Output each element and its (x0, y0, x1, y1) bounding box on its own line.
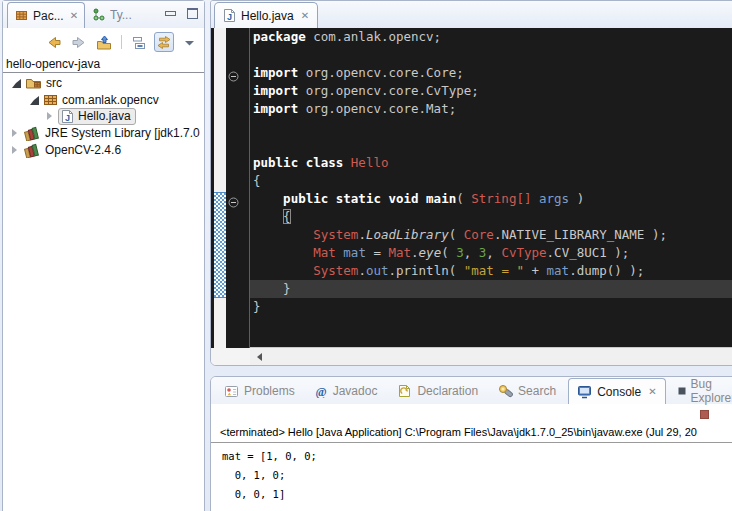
code-line[interactable]: { (250, 208, 732, 226)
collapse-all-icon (131, 35, 147, 50)
tab-label: Bug Explorer (691, 377, 732, 405)
fold-collapse-icon[interactable] (228, 194, 239, 212)
toolbar-separator (121, 35, 122, 49)
code-line[interactable] (250, 118, 732, 136)
java-file-icon: J (223, 8, 236, 23)
package-explorer-icon (14, 8, 29, 23)
collapsed-arrow-icon[interactable] (12, 146, 17, 154)
view-menu-button[interactable] (179, 32, 199, 52)
library-icon (23, 143, 41, 158)
collapsed-arrow-icon[interactable] (12, 129, 17, 137)
left-view-tabbar: Pac... ✕ Ty... (3, 1, 204, 28)
editor-tabbar: J Hello.java ✕ (211, 1, 732, 29)
back-button[interactable] (44, 32, 64, 52)
console-icon (577, 385, 592, 399)
terminate-icon[interactable] (700, 405, 709, 423)
search-icon (498, 384, 513, 398)
expanded-arrow-icon[interactable] (30, 96, 39, 105)
java-file-icon: J (61, 109, 74, 124)
close-icon[interactable]: ✕ (648, 386, 656, 397)
editor-body: package com.anlak.opencv;import org.open… (211, 28, 732, 348)
tab-label: Pac... (33, 9, 64, 23)
back-arrow-icon (46, 35, 62, 50)
view-menu-icon (184, 38, 195, 47)
code-line[interactable]: import org.opencv.core.CvType; (250, 82, 732, 100)
maximize-button[interactable] (187, 8, 198, 19)
minimize-button[interactable] (165, 8, 176, 19)
tab-label: Problems (244, 384, 295, 398)
code-line[interactable]: } (250, 280, 732, 298)
project-tree: hello-opencv-java src com.anlak.opencv J… (3, 57, 204, 511)
code-line[interactable]: Mat mat = Mat.eye( 3, 3, CvType.CV_8UC1 … (250, 244, 732, 262)
problems-icon (224, 384, 239, 398)
expanded-arrow-icon[interactable] (12, 79, 21, 88)
tree-item-src[interactable]: src (3, 75, 204, 91)
declaration-icon (397, 384, 412, 398)
tree-item-package[interactable]: com.anlak.opencv (3, 92, 204, 108)
minimize-icon (165, 11, 176, 16)
tab-label: Ty... (110, 8, 132, 22)
tab-package-explorer[interactable]: Pac... ✕ (7, 2, 85, 28)
selected-item-highlight[interactable]: J Hello.java (58, 108, 136, 125)
code-line[interactable]: public class Hello (250, 154, 732, 172)
svg-text:@: @ (315, 384, 326, 398)
horizontal-scrollbar[interactable] (250, 347, 732, 365)
tree-item-hello-java[interactable]: J Hello.java (3, 108, 204, 124)
left-view-toolbar (3, 29, 204, 55)
close-icon[interactable]: ✕ (301, 10, 309, 21)
console-toolbar (700, 408, 709, 420)
editor-view: J Hello.java ✕ package com.anlak.opencv;… (210, 0, 732, 366)
tab-label: Hello.java (241, 9, 294, 23)
fold-column (226, 28, 249, 348)
code-line[interactable] (250, 136, 732, 154)
tab-console[interactable]: Console✕ (568, 378, 665, 404)
link-with-editor-icon (156, 35, 172, 50)
editor-ruler[interactable] (214, 28, 226, 348)
tab-label: Declaration (417, 384, 478, 398)
tree-item-label: OpenCV-2.4.6 (45, 143, 121, 157)
scroll-left-icon[interactable] (257, 353, 262, 361)
close-icon[interactable]: ✕ (70, 10, 78, 21)
console-separator (211, 442, 732, 443)
code-area[interactable]: package com.anlak.opencv;import org.open… (250, 28, 732, 348)
tab-label: Search (518, 384, 556, 398)
tab-label: Javadoc (333, 384, 378, 398)
svg-text:J: J (227, 12, 232, 22)
console-output[interactable]: mat = [1, 0, 0; 0, 1, 0; 0, 0, 1] (222, 447, 317, 504)
forward-button[interactable] (69, 32, 89, 52)
up-folder-icon (96, 35, 112, 50)
code-line[interactable]: System.LoadLibrary( Core.NATIVE_LIBRARY_… (250, 226, 732, 244)
tree-item-opencv-library[interactable]: OpenCV-2.4.6 (3, 142, 204, 158)
fold-collapse-icon[interactable] (228, 68, 239, 86)
tree-item-jre-library[interactable]: JRE System Library [jdk1.7.0 (3, 125, 204, 141)
code-line[interactable]: import org.opencv.core.Core; (250, 64, 732, 82)
code-line[interactable]: import org.opencv.core.Mat; (250, 100, 732, 118)
up-button[interactable] (94, 32, 114, 52)
collapsed-arrow-icon[interactable] (47, 112, 52, 120)
source-folder-icon (25, 76, 42, 90)
maximize-icon (187, 8, 198, 19)
console-tabbar: Problems@JavadocDeclarationSearchConsole… (211, 377, 732, 404)
tab-declaration[interactable]: Declaration (389, 377, 486, 404)
code-line[interactable]: package com.anlak.opencv; (250, 28, 732, 46)
code-line[interactable]: public static void main( String[] args ) (250, 190, 732, 208)
tab-problems[interactable]: Problems (216, 377, 303, 404)
link-with-editor-button[interactable] (154, 32, 174, 52)
package-icon (43, 93, 58, 107)
console-view: Problems@JavadocDeclarationSearchConsole… (210, 376, 732, 511)
tree-item-label: com.anlak.opencv (62, 93, 159, 107)
tab-bug-explorer[interactable]: Bug Explorer (670, 377, 732, 404)
tab-search[interactable]: Search (490, 377, 564, 404)
tree-item-project[interactable]: hello-opencv-java (6, 57, 100, 71)
tab-hello-java-editor[interactable]: J Hello.java ✕ (214, 2, 318, 28)
code-line[interactable]: { (250, 172, 732, 190)
tab-javadoc[interactable]: @Javadoc (307, 377, 386, 404)
tree-item-label: Hello.java (78, 109, 131, 123)
tab-type-hierarchy[interactable]: Ty... (85, 2, 138, 27)
code-line[interactable]: System.out.println( "mat = " + mat.dump(… (250, 262, 732, 280)
package-explorer-view: Pac... ✕ Ty... hello-opencv-java src (2, 0, 205, 511)
code-line[interactable] (250, 46, 732, 64)
collapse-all-button[interactable] (129, 32, 149, 52)
code-line[interactable]: } (250, 298, 732, 316)
type-hierarchy-icon (91, 7, 106, 22)
